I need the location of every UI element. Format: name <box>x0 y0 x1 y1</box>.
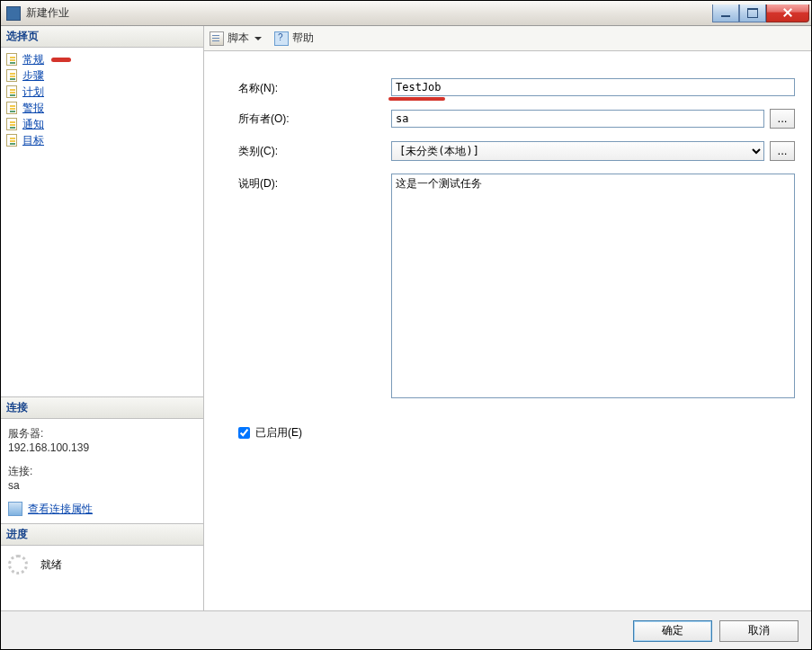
enabled-label: 已启用(E) <box>255 425 302 441</box>
sidebar-item-label: 常规 <box>22 52 44 67</box>
sidebar-item-alerts[interactable]: 警报 <box>3 100 201 116</box>
sidebar-item-schedules[interactable]: 计划 <box>3 84 201 100</box>
help-icon <box>274 31 289 46</box>
sidebar-item-notifications[interactable]: 通知 <box>3 116 201 132</box>
enabled-checkbox[interactable] <box>238 427 250 439</box>
page-icon <box>6 53 19 66</box>
script-icon <box>210 31 224 46</box>
page-icon <box>6 85 19 98</box>
connection-value: sa <box>8 478 196 493</box>
window-title: 新建作业 <box>26 5 712 21</box>
owner-input[interactable] <box>391 110 764 128</box>
view-props-link[interactable]: 查看连接属性 <box>28 502 93 516</box>
sidebar-item-label: 警报 <box>22 101 44 115</box>
titlebar: 新建作业 <box>1 1 811 26</box>
sidebar-pages: 常规 步骤 计划 警报 通知 目标 <box>1 48 203 152</box>
sidebar-item-general[interactable]: 常规 <box>3 51 201 67</box>
script-button[interactable]: 脚本 <box>228 31 249 46</box>
enabled-row[interactable]: 已启用(E) <box>238 425 795 441</box>
minimize-button[interactable] <box>712 4 739 22</box>
category-browse-button[interactable]: ... <box>770 141 795 161</box>
annotation-mark <box>51 58 71 62</box>
ok-button[interactable]: 确定 <box>633 620 712 642</box>
progress-status: 就绪 <box>40 557 62 573</box>
connection-label: 连接: <box>8 464 196 478</box>
progress-panel: 进度 就绪 <box>1 523 203 610</box>
page-icon <box>6 102 19 114</box>
connection-panel: 连接 服务器: 192.168.100.139 连接: sa 查看连接属性 <box>1 396 203 523</box>
pages-header: 选择页 <box>1 26 203 48</box>
toolbar: 脚本 帮助 <box>204 26 811 51</box>
sidebar-item-targets[interactable]: 目标 <box>3 132 201 148</box>
category-select[interactable]: [未分类(本地)] <box>391 141 764 161</box>
sidebar: 选择页 常规 步骤 计划 警报 通知 <box>1 26 204 610</box>
window-controls <box>712 4 809 22</box>
dialog-footer: 确定 取消 <box>1 610 811 650</box>
sidebar-item-label: 目标 <box>22 133 44 147</box>
cancel-button[interactable]: 取消 <box>719 620 799 642</box>
sidebar-item-label: 步骤 <box>22 68 44 83</box>
server-icon <box>8 502 22 516</box>
maximize-button[interactable] <box>739 4 766 22</box>
name-input[interactable] <box>391 78 795 96</box>
server-value: 192.168.100.139 <box>8 441 196 455</box>
sidebar-item-label: 计划 <box>22 85 44 99</box>
page-icon <box>6 134 19 147</box>
desc-textarea[interactable]: 这是一个测试任务 <box>391 174 795 398</box>
close-button[interactable] <box>766 4 809 22</box>
server-label: 服务器: <box>8 426 196 441</box>
sidebar-item-steps[interactable]: 步骤 <box>3 67 201 84</box>
page-icon <box>6 118 19 130</box>
name-label: 名称(N): <box>238 78 391 96</box>
page-icon <box>6 69 19 82</box>
desc-label: 说明(D): <box>238 174 391 191</box>
help-button[interactable]: 帮助 <box>292 31 314 46</box>
main-panel: 脚本 帮助 名称(N): 所有者(O): ... 类别(C): <box>204 26 811 610</box>
spinner-icon <box>8 555 28 574</box>
connection-header: 连接 <box>1 397 203 419</box>
owner-browse-button[interactable]: ... <box>770 109 795 129</box>
sidebar-item-label: 通知 <box>22 117 44 131</box>
progress-header: 进度 <box>1 524 203 546</box>
app-icon <box>6 6 21 21</box>
owner-label: 所有者(O): <box>238 109 391 127</box>
form-area: 名称(N): 所有者(O): ... 类别(C): [未分类(本地)] <box>204 51 811 610</box>
view-connection-properties[interactable]: 查看连接属性 <box>8 502 196 516</box>
dropdown-arrow-icon[interactable] <box>254 37 262 40</box>
category-label: 类别(C): <box>238 141 391 159</box>
